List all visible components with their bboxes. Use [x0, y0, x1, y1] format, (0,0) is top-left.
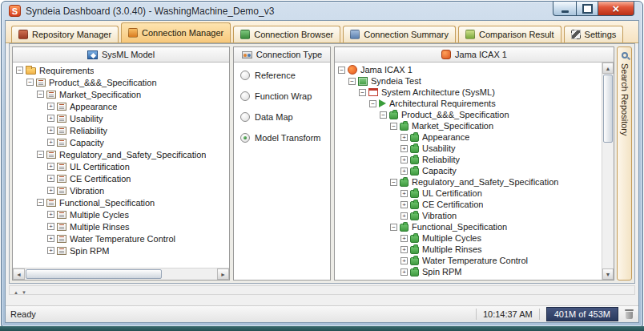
tree-item-market-specification[interactable]: −Market_Specification: [335, 120, 602, 131]
tree-item-vibration[interactable]: +Vibration: [13, 184, 229, 196]
tree-expander-plus-icon[interactable]: +: [400, 246, 408, 253]
tree-expander-plus-icon[interactable]: +: [400, 190, 408, 197]
search-repository-tab[interactable]: Search Repository: [617, 46, 632, 281]
tree-expander-minus-icon[interactable]: −: [369, 100, 376, 107]
tree-item-water-temperature-control[interactable]: +Water Temperature Control: [13, 232, 229, 244]
tree-expander-minus-icon[interactable]: −: [380, 111, 387, 119]
tree-item-usability[interactable]: +Usability: [335, 143, 602, 154]
tree-expander-plus-icon[interactable]: +: [47, 247, 54, 254]
scroll-down-button[interactable]: [602, 268, 614, 280]
tab-settings[interactable]: Settings: [564, 26, 624, 42]
tree-expander-plus-icon[interactable]: +: [47, 139, 54, 146]
tree-item-multiple-rinses[interactable]: +Multiple Rinses: [335, 244, 602, 255]
vertical-scrollbar[interactable]: [602, 63, 614, 280]
tab-connection-manager[interactable]: Connection Manager: [121, 22, 231, 42]
tree-item-ce-certification[interactable]: +CE Certification: [335, 199, 602, 210]
tree-expander-plus-icon[interactable]: +: [400, 156, 408, 163]
tree-expander-minus-icon[interactable]: −: [348, 78, 356, 85]
tree-item-usability[interactable]: +Usability: [13, 112, 229, 124]
radio-option-data-map[interactable]: Data Map: [240, 112, 324, 122]
maximize-button[interactable]: [576, 2, 598, 16]
tree-expander-minus-icon[interactable]: −: [37, 91, 44, 98]
tree-item-multiple-cycles[interactable]: +Multiple Cycles: [335, 232, 602, 244]
scroll-left-button[interactable]: [13, 268, 25, 280]
tree-expander-plus-icon[interactable]: +: [400, 212, 408, 220]
scroll-right-button[interactable]: [217, 268, 229, 280]
tree-item-regulatory-and-safety-specification[interactable]: −Regulatory_and_Safety_Specification: [335, 176, 602, 188]
tree-item-water-temperature-control[interactable]: +Water Temperature Control: [335, 255, 602, 266]
tree-item-reliability[interactable]: +Reliability: [335, 154, 602, 165]
tree-item-ul-certification[interactable]: +UL Certification: [335, 188, 602, 199]
memory-usage-badge[interactable]: 401M of 453M: [546, 307, 618, 321]
radio-button[interactable]: [240, 112, 250, 122]
tree-item-product-specification[interactable]: −Product_&&&_Specification: [335, 109, 602, 120]
tree-item-capacity[interactable]: +Capacity: [335, 165, 602, 176]
tree-item-vibration[interactable]: +Vibration: [335, 210, 602, 221]
tree-expander-plus-icon[interactable]: +: [400, 235, 408, 242]
tree-item-system-architecture-sysml[interactable]: −System Architecture (SysML): [335, 87, 602, 98]
tree-expander-plus-icon[interactable]: +: [47, 223, 54, 230]
tab-comparison-result[interactable]: Comparison Result: [458, 26, 561, 42]
tab-repository-manager[interactable]: Repository Manager: [11, 26, 119, 42]
tree-expander-plus-icon[interactable]: +: [400, 145, 408, 152]
tree-expander-plus-icon[interactable]: +: [400, 134, 408, 141]
tree-expander-minus-icon[interactable]: −: [26, 79, 34, 86]
scrollbar-thumb[interactable]: [603, 75, 613, 143]
radio-option-reference[interactable]: Reference: [240, 71, 324, 80]
tree-item-market-specification[interactable]: −Market_Specification: [13, 88, 229, 100]
tree-expander-plus-icon[interactable]: +: [47, 235, 54, 242]
scroll-up-button[interactable]: [602, 63, 614, 74]
tree-expander-plus-icon[interactable]: +: [47, 115, 54, 122]
close-button[interactable]: [598, 2, 634, 16]
garbage-collect-icon[interactable]: [625, 309, 634, 319]
tree-item-product-specification[interactable]: −Product_&&&_Specification: [13, 76, 229, 88]
tree-expander-plus-icon[interactable]: +: [400, 268, 408, 276]
tree-item-multiple-cycles[interactable]: +Multiple Cycles: [13, 208, 229, 220]
radio-option-function-wrap[interactable]: Function Wrap: [240, 91, 324, 101]
tree-item-requirements[interactable]: −Requirements: [13, 64, 229, 76]
tree-expander-minus-icon[interactable]: −: [390, 179, 397, 186]
tree-expander-plus-icon[interactable]: +: [47, 175, 54, 182]
tree-expander-plus-icon[interactable]: +: [47, 163, 54, 170]
tree-item-regulatory-and-safety-specification[interactable]: −Regulatory_and_Safety_Specification: [13, 148, 229, 160]
tree-item-reliability[interactable]: +Reliability: [13, 124, 229, 136]
tree-expander-plus-icon[interactable]: +: [47, 103, 54, 110]
tree-expander-minus-icon[interactable]: −: [390, 123, 397, 130]
tree-item-functional-specification[interactable]: −Functional_Specification: [13, 196, 229, 208]
titlebar[interactable]: S Syndeia Dashboard (3.0.40) - WashingMa…: [2, 2, 642, 20]
tree-expander-minus-icon[interactable]: −: [37, 199, 44, 206]
tree-item-spin-rpm[interactable]: +Spin RPM: [335, 266, 602, 277]
tree-item-architectural-requirements[interactable]: −Architectural Requirements: [335, 98, 602, 109]
tree-item-functional-specification[interactable]: −Functional_Specification: [335, 221, 602, 232]
tree-expander-minus-icon[interactable]: −: [37, 151, 44, 158]
tree-expander-plus-icon[interactable]: +: [47, 127, 54, 134]
console-splitter[interactable]: [9, 285, 635, 295]
tab-connection-summary[interactable]: Connection Summary: [343, 26, 456, 42]
tree-expander-plus-icon[interactable]: +: [400, 201, 408, 208]
tree-item-multiple-rinses[interactable]: +Multiple Rinses: [13, 220, 229, 232]
tree-item-jama-icax-1[interactable]: −Jama ICAX 1: [335, 64, 602, 75]
horizontal-scrollbar[interactable]: [13, 268, 229, 280]
tree-item-ul-certification[interactable]: +UL Certification: [13, 160, 229, 172]
tree-expander-minus-icon[interactable]: −: [338, 67, 345, 74]
tree-item-appearance[interactable]: +Appearance: [335, 131, 602, 143]
tree-expander-minus-icon[interactable]: −: [390, 224, 397, 231]
radio-button-selected[interactable]: [240, 133, 250, 143]
tree-item-appearance[interactable]: +Appearance: [13, 100, 229, 112]
tree-item-spin-rpm[interactable]: +Spin RPM: [13, 244, 229, 256]
radio-button[interactable]: [240, 91, 250, 101]
tree-expander-plus-icon[interactable]: +: [47, 211, 54, 218]
tree-expander-plus-icon[interactable]: +: [400, 168, 408, 175]
minimize-button[interactable]: [553, 2, 576, 16]
radio-option-model-transform[interactable]: Model Transform: [240, 133, 324, 143]
radio-button[interactable]: [240, 71, 250, 80]
tree-expander-minus-icon[interactable]: −: [16, 67, 23, 74]
tree-expander-plus-icon[interactable]: +: [47, 187, 54, 194]
tree-item-syndeia-test[interactable]: −Syndeia Test: [335, 75, 602, 87]
tree-expander-plus-icon[interactable]: +: [400, 257, 408, 264]
tree-expander-minus-icon[interactable]: −: [359, 89, 366, 96]
scrollbar-thumb[interactable]: [26, 269, 162, 279]
tab-connection-browser[interactable]: Connection Browser: [233, 26, 340, 42]
tree-item-ce-certification[interactable]: +CE Certification: [13, 172, 229, 184]
tree-item-capacity[interactable]: +Capacity: [13, 136, 229, 148]
